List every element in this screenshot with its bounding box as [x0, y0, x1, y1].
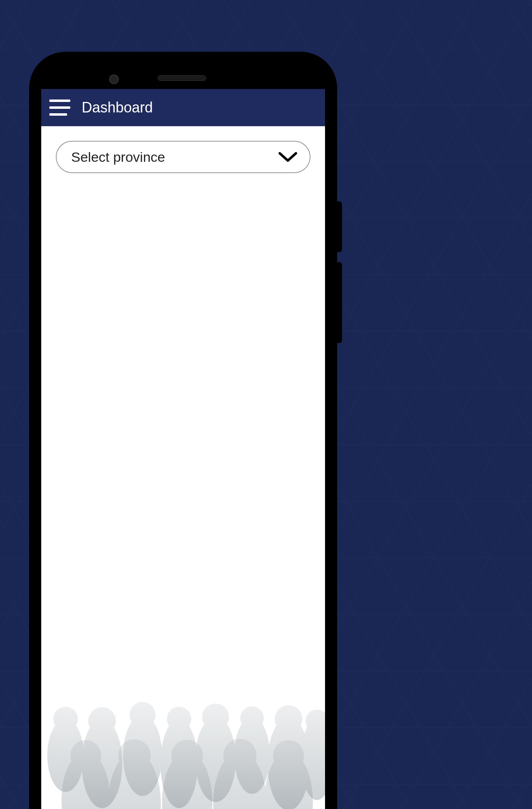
- svg-point-4: [123, 715, 162, 796]
- chevron-down-icon: [278, 151, 298, 163]
- svg-point-11: [240, 706, 264, 730]
- svg-point-22: [213, 752, 266, 809]
- province-select[interactable]: Select province: [56, 141, 310, 173]
- content-area: Select province: [41, 126, 325, 809]
- svg-point-25: [273, 740, 304, 771]
- menu-button[interactable]: [49, 100, 70, 116]
- app-bar: Dashboard: [41, 89, 325, 126]
- svg-point-6: [160, 719, 198, 808]
- svg-point-18: [108, 752, 160, 809]
- phone-camera: [109, 74, 119, 84]
- svg-point-9: [202, 703, 229, 730]
- province-select-label: Select province: [71, 149, 165, 165]
- phone-speaker: [158, 75, 206, 81]
- svg-point-23: [223, 739, 256, 772]
- svg-point-13: [275, 705, 302, 733]
- hamburger-icon: [49, 106, 70, 109]
- svg-point-8: [195, 717, 236, 802]
- svg-point-24: [264, 752, 313, 809]
- app-screen: Dashboard Select province: [41, 89, 325, 809]
- svg-point-19: [118, 739, 151, 771]
- svg-point-14: [301, 719, 325, 800]
- hamburger-icon: [49, 113, 67, 116]
- svg-point-21: [171, 739, 203, 771]
- svg-point-20: [162, 752, 212, 809]
- svg-point-3: [88, 707, 116, 735]
- svg-point-15: [306, 709, 325, 732]
- svg-point-16: [61, 752, 110, 809]
- phone-mockup: Dashboard Select province: [29, 52, 337, 809]
- phone-side-button: [337, 201, 342, 252]
- svg-rect-26: [41, 610, 325, 809]
- page-title: Dashboard: [82, 99, 153, 116]
- svg-point-7: [167, 707, 191, 731]
- phone-side-button: [337, 262, 342, 343]
- background-illustration: [41, 610, 325, 809]
- svg-point-17: [70, 740, 101, 771]
- svg-point-12: [268, 717, 310, 809]
- svg-point-2: [82, 719, 122, 808]
- svg-point-5: [130, 702, 156, 728]
- hamburger-icon: [49, 100, 70, 102]
- svg-point-0: [47, 719, 84, 792]
- svg-point-10: [234, 717, 270, 794]
- svg-point-1: [53, 707, 78, 731]
